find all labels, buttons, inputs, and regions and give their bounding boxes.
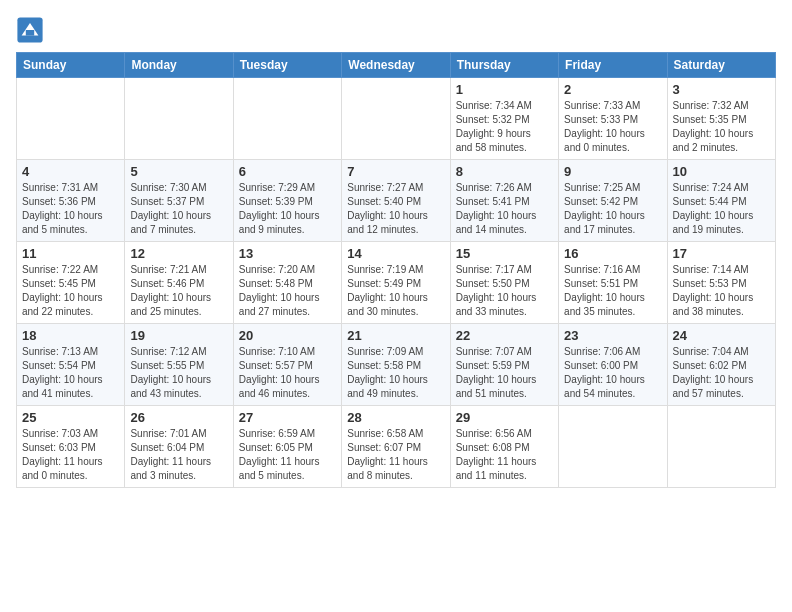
day-number: 5: [130, 164, 227, 179]
calendar-cell: 10Sunrise: 7:24 AMSunset: 5:44 PMDayligh…: [667, 160, 775, 242]
day-number: 11: [22, 246, 119, 261]
day-info: Sunrise: 7:26 AMSunset: 5:41 PMDaylight:…: [456, 181, 553, 237]
weekday-header-wednesday: Wednesday: [342, 53, 450, 78]
calendar-header: SundayMondayTuesdayWednesdayThursdayFrid…: [17, 53, 776, 78]
day-number: 15: [456, 246, 553, 261]
calendar-week-2: 4Sunrise: 7:31 AMSunset: 5:36 PMDaylight…: [17, 160, 776, 242]
calendar-cell: 6Sunrise: 7:29 AMSunset: 5:39 PMDaylight…: [233, 160, 341, 242]
day-number: 23: [564, 328, 661, 343]
day-number: 3: [673, 82, 770, 97]
day-info: Sunrise: 7:33 AMSunset: 5:33 PMDaylight:…: [564, 99, 661, 155]
day-info: Sunrise: 7:32 AMSunset: 5:35 PMDaylight:…: [673, 99, 770, 155]
day-info: Sunrise: 7:34 AMSunset: 5:32 PMDaylight:…: [456, 99, 553, 155]
day-number: 17: [673, 246, 770, 261]
day-info: Sunrise: 7:14 AMSunset: 5:53 PMDaylight:…: [673, 263, 770, 319]
weekday-header-tuesday: Tuesday: [233, 53, 341, 78]
day-info: Sunrise: 7:30 AMSunset: 5:37 PMDaylight:…: [130, 181, 227, 237]
calendar-cell: [125, 78, 233, 160]
day-info: Sunrise: 7:17 AMSunset: 5:50 PMDaylight:…: [456, 263, 553, 319]
calendar-cell: 24Sunrise: 7:04 AMSunset: 6:02 PMDayligh…: [667, 324, 775, 406]
svg-rect-2: [26, 30, 34, 36]
day-number: 16: [564, 246, 661, 261]
logo-icon: [16, 16, 44, 44]
day-info: Sunrise: 7:03 AMSunset: 6:03 PMDaylight:…: [22, 427, 119, 483]
calendar-cell: 17Sunrise: 7:14 AMSunset: 5:53 PMDayligh…: [667, 242, 775, 324]
day-number: 18: [22, 328, 119, 343]
calendar-cell: [559, 406, 667, 488]
calendar-week-1: 1Sunrise: 7:34 AMSunset: 5:32 PMDaylight…: [17, 78, 776, 160]
calendar-cell: 5Sunrise: 7:30 AMSunset: 5:37 PMDaylight…: [125, 160, 233, 242]
day-number: 28: [347, 410, 444, 425]
calendar-cell: 8Sunrise: 7:26 AMSunset: 5:41 PMDaylight…: [450, 160, 558, 242]
weekday-header-monday: Monday: [125, 53, 233, 78]
day-info: Sunrise: 7:19 AMSunset: 5:49 PMDaylight:…: [347, 263, 444, 319]
calendar-cell: 28Sunrise: 6:58 AMSunset: 6:07 PMDayligh…: [342, 406, 450, 488]
calendar-cell: [17, 78, 125, 160]
calendar-cell: 14Sunrise: 7:19 AMSunset: 5:49 PMDayligh…: [342, 242, 450, 324]
weekday-header-friday: Friday: [559, 53, 667, 78]
calendar-week-4: 18Sunrise: 7:13 AMSunset: 5:54 PMDayligh…: [17, 324, 776, 406]
calendar-cell: 22Sunrise: 7:07 AMSunset: 5:59 PMDayligh…: [450, 324, 558, 406]
day-info: Sunrise: 7:29 AMSunset: 5:39 PMDaylight:…: [239, 181, 336, 237]
day-number: 24: [673, 328, 770, 343]
calendar-cell: 13Sunrise: 7:20 AMSunset: 5:48 PMDayligh…: [233, 242, 341, 324]
calendar-cell: 29Sunrise: 6:56 AMSunset: 6:08 PMDayligh…: [450, 406, 558, 488]
day-number: 1: [456, 82, 553, 97]
day-number: 26: [130, 410, 227, 425]
weekday-header-row: SundayMondayTuesdayWednesdayThursdayFrid…: [17, 53, 776, 78]
page-header: [16, 16, 776, 44]
logo: [16, 16, 46, 44]
calendar-cell: 15Sunrise: 7:17 AMSunset: 5:50 PMDayligh…: [450, 242, 558, 324]
calendar-cell: 7Sunrise: 7:27 AMSunset: 5:40 PMDaylight…: [342, 160, 450, 242]
weekday-header-thursday: Thursday: [450, 53, 558, 78]
day-number: 19: [130, 328, 227, 343]
day-number: 2: [564, 82, 661, 97]
day-info: Sunrise: 7:27 AMSunset: 5:40 PMDaylight:…: [347, 181, 444, 237]
day-info: Sunrise: 7:07 AMSunset: 5:59 PMDaylight:…: [456, 345, 553, 401]
calendar-cell: 2Sunrise: 7:33 AMSunset: 5:33 PMDaylight…: [559, 78, 667, 160]
calendar-week-3: 11Sunrise: 7:22 AMSunset: 5:45 PMDayligh…: [17, 242, 776, 324]
day-info: Sunrise: 7:16 AMSunset: 5:51 PMDaylight:…: [564, 263, 661, 319]
weekday-header-saturday: Saturday: [667, 53, 775, 78]
day-info: Sunrise: 7:21 AMSunset: 5:46 PMDaylight:…: [130, 263, 227, 319]
day-info: Sunrise: 7:31 AMSunset: 5:36 PMDaylight:…: [22, 181, 119, 237]
calendar-cell: 4Sunrise: 7:31 AMSunset: 5:36 PMDaylight…: [17, 160, 125, 242]
day-number: 10: [673, 164, 770, 179]
day-info: Sunrise: 7:24 AMSunset: 5:44 PMDaylight:…: [673, 181, 770, 237]
calendar-cell: [342, 78, 450, 160]
day-number: 20: [239, 328, 336, 343]
calendar-cell: 1Sunrise: 7:34 AMSunset: 5:32 PMDaylight…: [450, 78, 558, 160]
day-number: 8: [456, 164, 553, 179]
calendar-cell: 18Sunrise: 7:13 AMSunset: 5:54 PMDayligh…: [17, 324, 125, 406]
day-info: Sunrise: 7:01 AMSunset: 6:04 PMDaylight:…: [130, 427, 227, 483]
calendar-cell: 12Sunrise: 7:21 AMSunset: 5:46 PMDayligh…: [125, 242, 233, 324]
day-number: 7: [347, 164, 444, 179]
calendar-cell: [233, 78, 341, 160]
day-info: Sunrise: 7:22 AMSunset: 5:45 PMDaylight:…: [22, 263, 119, 319]
day-info: Sunrise: 7:09 AMSunset: 5:58 PMDaylight:…: [347, 345, 444, 401]
calendar-table: SundayMondayTuesdayWednesdayThursdayFrid…: [16, 52, 776, 488]
calendar-cell: 21Sunrise: 7:09 AMSunset: 5:58 PMDayligh…: [342, 324, 450, 406]
day-info: Sunrise: 6:59 AMSunset: 6:05 PMDaylight:…: [239, 427, 336, 483]
weekday-header-sunday: Sunday: [17, 53, 125, 78]
calendar-cell: 11Sunrise: 7:22 AMSunset: 5:45 PMDayligh…: [17, 242, 125, 324]
day-number: 25: [22, 410, 119, 425]
calendar-cell: 25Sunrise: 7:03 AMSunset: 6:03 PMDayligh…: [17, 406, 125, 488]
calendar-cell: 27Sunrise: 6:59 AMSunset: 6:05 PMDayligh…: [233, 406, 341, 488]
day-number: 21: [347, 328, 444, 343]
calendar-cell: 3Sunrise: 7:32 AMSunset: 5:35 PMDaylight…: [667, 78, 775, 160]
calendar-cell: 26Sunrise: 7:01 AMSunset: 6:04 PMDayligh…: [125, 406, 233, 488]
day-info: Sunrise: 7:25 AMSunset: 5:42 PMDaylight:…: [564, 181, 661, 237]
calendar-week-5: 25Sunrise: 7:03 AMSunset: 6:03 PMDayligh…: [17, 406, 776, 488]
day-info: Sunrise: 7:20 AMSunset: 5:48 PMDaylight:…: [239, 263, 336, 319]
calendar-cell: 9Sunrise: 7:25 AMSunset: 5:42 PMDaylight…: [559, 160, 667, 242]
day-number: 13: [239, 246, 336, 261]
calendar-cell: [667, 406, 775, 488]
day-number: 4: [22, 164, 119, 179]
day-info: Sunrise: 7:12 AMSunset: 5:55 PMDaylight:…: [130, 345, 227, 401]
day-info: Sunrise: 7:13 AMSunset: 5:54 PMDaylight:…: [22, 345, 119, 401]
day-info: Sunrise: 6:56 AMSunset: 6:08 PMDaylight:…: [456, 427, 553, 483]
calendar-cell: 20Sunrise: 7:10 AMSunset: 5:57 PMDayligh…: [233, 324, 341, 406]
day-info: Sunrise: 6:58 AMSunset: 6:07 PMDaylight:…: [347, 427, 444, 483]
day-number: 29: [456, 410, 553, 425]
